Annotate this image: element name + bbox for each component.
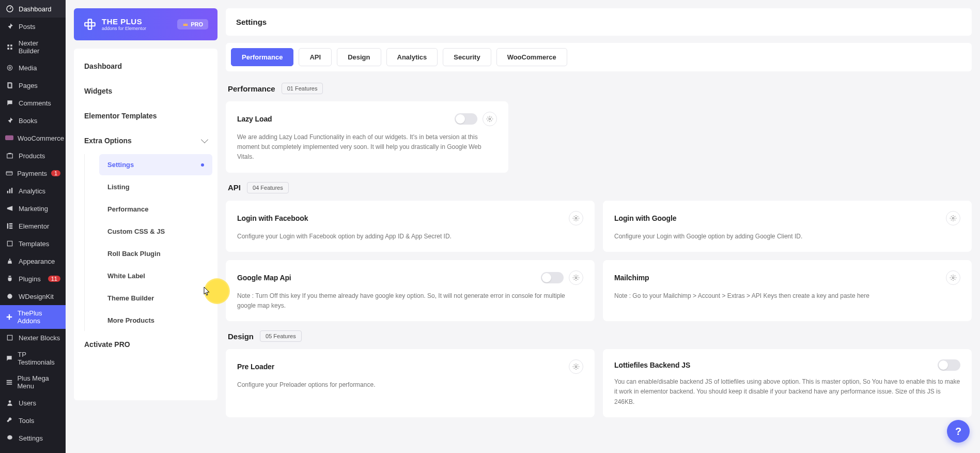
nav-widgets[interactable]: Widgets (74, 79, 217, 103)
page-icon (5, 81, 14, 90)
card-mailchimp: Mailchimp Note : Go to your Mailchimp > … (603, 260, 972, 321)
marketing-icon (5, 204, 14, 213)
svg-point-32 (575, 366, 577, 368)
svg-point-2 (7, 65, 12, 70)
plugin-icon (5, 274, 14, 283)
wp-menu-woocommerce[interactable]: WooCommerce (0, 129, 66, 147)
wp-menu-elementor[interactable]: Elementor (0, 217, 66, 235)
pin-icon (5, 22, 14, 31)
feature-count: 05 Features (260, 330, 302, 342)
wp-menu-analytics[interactable]: Analytics (0, 182, 66, 200)
toggle-lottie[interactable] (938, 359, 960, 371)
svg-rect-6 (7, 154, 13, 158)
subnav-theme-builder[interactable]: Theme Builder (99, 288, 212, 309)
feature-count: 04 Features (247, 182, 289, 193)
card-login-google: Login with Google Configure your Login w… (603, 201, 972, 252)
wp-menu-posts[interactable]: Posts (0, 18, 66, 35)
nav-extra-options[interactable]: Extra Options (74, 128, 217, 153)
wp-menu-settings[interactable]: Settings (0, 429, 66, 447)
wp-menu-payments[interactable]: Payments1 (0, 164, 66, 182)
gear-button[interactable] (569, 211, 583, 225)
wp-menu-appearance[interactable]: Appearance (0, 252, 66, 270)
wp-menu-nexter-blocks[interactable]: Nexter Blocks (0, 329, 66, 346)
wp-menu-plugins[interactable]: Plugins11 (0, 270, 66, 288)
plugin-brand: THE PLUS addons for Elementor PRO (74, 8, 217, 40)
nav-activate-pro[interactable]: Activate PRO (74, 332, 217, 357)
toggle-lazy-load[interactable] (455, 113, 477, 125)
subnav-settings[interactable]: Settings (99, 154, 212, 175)
card-title: Lottiefiles Backend JS (614, 361, 690, 369)
wp-menu-comments[interactable]: Comments (0, 94, 66, 112)
nav-dashboard[interactable]: Dashboard (74, 54, 217, 79)
subnav-custom-css-js[interactable]: Custom CSS & JS (99, 221, 212, 242)
card-desc: Configure your Preloader options for per… (237, 380, 583, 390)
wp-menu-theplus-addons[interactable]: ThePlus Addons (0, 305, 66, 329)
card-lottiefiles: Lottiefiles Backend JS You can enable/di… (603, 349, 972, 417)
wp-menu-wdesignkit[interactable]: WDesignKit (0, 288, 66, 305)
gear-button[interactable] (483, 112, 497, 126)
card-login-facebook: Login with Facebook Configure your Login… (226, 201, 595, 252)
wp-menu-users[interactable]: Users (0, 394, 66, 412)
card-title: Google Map Api (237, 274, 291, 282)
svg-rect-14 (9, 225, 12, 226)
toggle-google-map[interactable] (541, 272, 564, 283)
tab-api[interactable]: API (299, 48, 332, 66)
brush-icon (5, 256, 14, 266)
wp-menu-products[interactable]: Products (0, 147, 66, 164)
svg-point-30 (575, 277, 577, 279)
tab-woocommerce[interactable]: WooCommerce (496, 48, 567, 66)
tab-design[interactable]: Design (337, 48, 381, 66)
card-title: Mailchimp (614, 274, 649, 282)
section-design: Design 05 Features (228, 330, 972, 342)
card-title: Lazy Load (237, 115, 272, 123)
gear-button[interactable] (946, 211, 960, 225)
pro-badge[interactable]: PRO (177, 19, 208, 29)
card-desc: Configure your Login with Google option … (614, 232, 960, 241)
card-desc: Note : Go to your Mailchimp > Account > … (614, 291, 960, 301)
wp-menu-marketing[interactable]: Marketing (0, 200, 66, 217)
subnav-listing[interactable]: Listing (99, 176, 212, 198)
crown-icon (182, 21, 189, 27)
wp-menu-books[interactable]: Books (0, 112, 66, 129)
svg-rect-26 (85, 23, 95, 26)
tool-icon (5, 416, 14, 425)
wp-menu-tp-testimonials[interactable]: TP Testimonials (0, 346, 66, 370)
testimonial-icon (5, 354, 13, 363)
card-desc: You can enable/disable backend JS of lot… (614, 377, 960, 407)
svg-rect-15 (9, 228, 12, 229)
wp-menu-dashboard[interactable]: Dashboard (0, 0, 66, 18)
wp-menu-nexter-builder[interactable]: Nexter Builder (0, 35, 66, 59)
tab-analytics[interactable]: Analytics (386, 48, 438, 66)
wp-menu-pages[interactable]: Pages (0, 77, 66, 94)
svg-point-31 (952, 277, 954, 279)
gear-button[interactable] (946, 270, 960, 285)
media-icon (5, 63, 14, 72)
section-title: Design (228, 332, 254, 341)
wp-menu-plus-mega-menu[interactable]: Plus Mega Menu (0, 370, 66, 394)
gear-button[interactable] (569, 270, 583, 285)
section-title: API (228, 183, 241, 192)
subnav-performance[interactable]: Performance (99, 199, 212, 220)
subnav-roll-back-plugin[interactable]: Roll Back Plugin (99, 243, 212, 264)
gear-button[interactable] (569, 359, 583, 374)
wp-menu-media[interactable]: Media (0, 59, 66, 77)
gauge-icon (5, 4, 14, 13)
nav-elementor-templates[interactable]: Elementor Templates (74, 103, 217, 128)
pin-icon (5, 116, 14, 125)
svg-rect-21 (6, 380, 12, 381)
settings-icon (5, 433, 14, 443)
subnav-white-label[interactable]: White Label (99, 265, 212, 286)
svg-rect-13 (9, 223, 12, 224)
subnav-more-products[interactable]: More Products (99, 310, 212, 331)
svg-rect-20 (7, 335, 12, 340)
section-performance: Performance 01 Features (228, 83, 972, 94)
card-title: Login with Google (614, 214, 676, 222)
theplus-logo-icon (83, 18, 97, 31)
wp-menu-templates[interactable]: Templates (0, 235, 66, 252)
template-icon (5, 239, 14, 248)
wp-menu-tools[interactable]: Tools (0, 412, 66, 429)
help-fab[interactable]: ? (947, 420, 970, 443)
active-dot-icon (201, 163, 204, 167)
tab-security[interactable]: Security (443, 48, 491, 66)
tab-performance[interactable]: Performance (231, 48, 293, 66)
